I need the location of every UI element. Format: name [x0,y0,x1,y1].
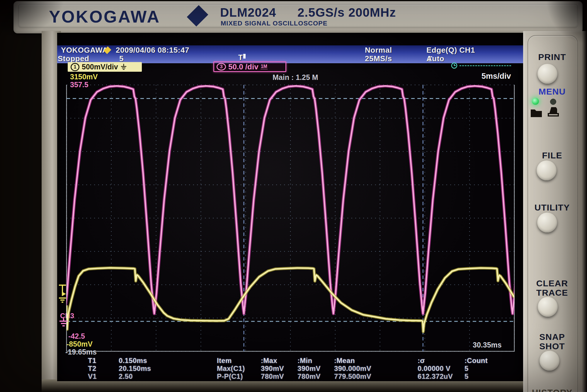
folder-icon [530,108,542,118]
table-cell: 0.00000 V [418,364,450,373]
table-cell: 48.5691mV [261,380,298,381]
table-cell: 5 [465,372,469,381]
file-label: FILE [523,150,581,160]
cursor-label: V1 [88,372,97,381]
waveforms [65,86,523,332]
printer-icon [547,106,560,118]
table-cell: 390.000mV [334,364,371,373]
bottom-bezel [42,379,525,392]
table-cell: 5 [465,380,469,381]
ch1-ground-marker-icon [59,285,66,302]
menu-led-on-icon [532,98,539,105]
table-header: :Max [261,357,277,365]
table-cell: 780mV [297,372,321,381]
file-button[interactable] [537,160,557,180]
table-cell: 780mV [261,372,284,381]
right-control-panel: PRINT MENU FILE UTILITY CLEAR TRACE SNAP… [523,31,587,392]
utility-button[interactable] [537,213,557,232]
cursor-label: T2 [88,364,96,373]
table-cell: 47.4230mV [297,380,335,381]
snap-shot-label-2: SHOT [523,341,581,351]
model-subtitle: MIXED SIGNAL OSCILLOSCOPE [221,20,327,27]
model-specs: 2.5GS/s 200MHz [297,6,396,20]
table-cell: 390mV [261,364,284,373]
clear-trace-label-1: CLEAR [523,278,581,288]
cursor-label: V2 [88,380,97,381]
oscilloscope-photo: { "device": { "brand": "YOKOGAWA", "mode… [0,0,587,392]
table-header: :Min [297,357,312,365]
waveform-plot [57,33,523,381]
oscilloscope-screen: YOKOGAWA 2009/04/06 08:15:47 Stopped 5 N… [57,33,523,381]
graticule-grid [67,85,514,351]
table-cell: Mean(C1) [217,380,249,381]
top-bezel-plate: YOKOGAWA DLM2024 2.5GS/s 200MHz MIXED SI… [13,1,583,33]
brand-diamond-icon [187,5,208,26]
table-header: :Count [465,357,488,365]
table-header: Item [217,357,232,365]
snap-shot-button[interactable] [540,351,559,371]
photo-shadow [546,0,587,44]
table-cell: 48.2209mV [334,380,371,381]
history-label: HISTORY [523,388,581,392]
cursor-value: 20.150ms [119,364,151,373]
cursor-value: 0.150ms [119,357,147,365]
cursor-label: T1 [88,357,96,365]
photo-shadow [582,0,587,392]
ch3-trace [65,86,523,314]
print-label: PRINT [523,52,581,62]
table-cell: 612.372uV [418,372,453,381]
logo-plate: YOKOGAWA DLM2024 2.5GS/s 200MHz MIXED SI… [18,4,578,28]
clear-trace-label-2: TRACE [523,288,581,298]
print-button[interactable] [537,64,557,84]
table-cell: P-P(C1) [217,372,243,381]
cursor-value: 337.03 [119,380,141,381]
menu-label: MENU [523,87,581,97]
cursor-value: 2.50 [119,372,133,381]
table-cell: 424.285uV [418,380,453,381]
ch3-trace-glow [65,86,523,314]
table-cell: Max(C1) [217,364,245,373]
table-cell: 390mV [297,364,321,373]
photo-shadow [0,0,64,38]
table-cell: 779.500mV [334,372,371,381]
snap-shot-label-1: SNAP [523,332,581,342]
clear-trace-button[interactable] [538,297,558,317]
utility-label: UTILITY [523,203,581,213]
table-cell: 5 [465,364,469,373]
table-header: :Mean [334,357,355,365]
brand-logo: YOKOGAWA [49,7,160,26]
model-number: DLM2024 [220,6,276,20]
menu-led-off-icon [550,99,556,105]
table-header: :σ [418,357,425,365]
